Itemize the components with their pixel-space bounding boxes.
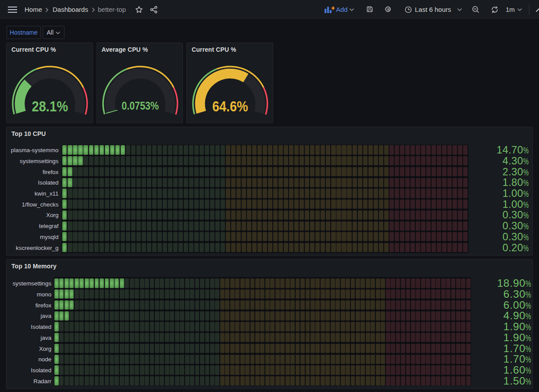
svg-text:64.6%: 64.6% xyxy=(212,99,248,114)
svg-text:28.1%: 28.1% xyxy=(32,99,68,114)
svg-text:0.0753%: 0.0753% xyxy=(121,99,159,112)
